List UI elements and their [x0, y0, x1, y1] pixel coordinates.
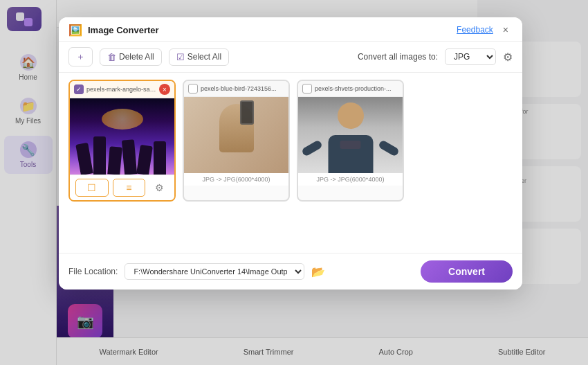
image-card-2-header: pexels-blue-bird-7243156...	[184, 81, 288, 97]
crop-action-button[interactable]: ☐	[75, 179, 109, 197]
image-card-3[interactable]: pexels-shvets-production-... JPG -> JPG(…	[297, 80, 404, 202]
select-icon: ☑	[176, 52, 185, 62]
hand-6	[154, 141, 166, 175]
modal-close-button[interactable]: ×	[499, 23, 513, 37]
image-card-3-footer: JPG -> JPG(6000*4000)	[298, 173, 403, 186]
file-path-select[interactable]: F:\Wondershare UniConverter 14\Image Out…	[125, 263, 304, 280]
person-phone-thumbnail	[184, 97, 288, 173]
image-card-2-checkbox[interactable]	[188, 84, 198, 94]
image-card-1-checkbox[interactable]: ✓	[74, 84, 84, 94]
image-card-1-remove[interactable]: ×	[159, 84, 170, 95]
image-card-1-header: ✓ pexels-mark-angelo-sam... ×	[70, 81, 174, 98]
modal-toolbar: ＋ 🗑 Delete All ☑ Select All Convert all …	[59, 42, 522, 73]
add-icon: ＋	[76, 51, 85, 63]
image-grid: ✓ pexels-mark-angelo-sam... ×	[59, 73, 522, 253]
phone-device	[240, 100, 254, 125]
modal-titlebar: 🖼️ Image Converter Feedback ×	[59, 17, 522, 42]
titlebar-left: 🖼️ Image Converter	[68, 24, 159, 37]
portrait-body	[328, 135, 373, 173]
adjust-action-button[interactable]: ≡	[113, 179, 146, 197]
hand-3	[107, 146, 122, 175]
hand-5	[136, 145, 153, 175]
format-settings-button[interactable]: ⚙	[503, 51, 513, 64]
convert-all-images-label: Convert all images to:	[358, 52, 438, 62]
delete-all-button[interactable]: 🗑 Delete All	[100, 48, 162, 66]
image-card-2[interactable]: pexels-blue-bird-7243156... JPG -> JPG(6…	[183, 80, 290, 202]
hand-2	[93, 136, 106, 175]
browse-folder-button[interactable]: 📂	[311, 265, 325, 278]
concert-light	[102, 109, 143, 130]
concert-hands	[70, 133, 174, 175]
titlebar-right: Feedback ×	[457, 23, 513, 37]
delete-all-label: Delete All	[119, 52, 154, 62]
image-card-2-filename: pexels-blue-bird-7243156...	[201, 85, 284, 92]
collar	[340, 141, 361, 149]
feedback-link[interactable]: Feedback	[457, 25, 493, 35]
portrait-head	[338, 103, 364, 129]
image-converter-modal: 🖼️ Image Converter Feedback × ＋ 🗑 Delete…	[59, 17, 522, 290]
image-card-2-footer: JPG -> JPG(6000*4000)	[184, 173, 288, 186]
image-card-1[interactable]: ✓ pexels-mark-angelo-sam... ×	[68, 80, 176, 202]
image-card-1-filename: pexels-mark-angelo-sam...	[86, 86, 156, 93]
format-select[interactable]: JPG PNG BMP WEBP TIFF	[445, 48, 496, 65]
concert-thumbnail	[70, 98, 174, 175]
modal-footer: File Location: F:\Wondershare UniConvert…	[59, 253, 522, 290]
card-settings-button[interactable]: ⚙	[149, 179, 169, 196]
image-card-1-actions: ☐ ≡ ⚙	[70, 175, 174, 200]
select-all-label: Select All	[187, 52, 221, 62]
modal-icon: 🖼️	[68, 24, 82, 37]
file-location-label: File Location:	[68, 267, 118, 276]
add-image-button[interactable]: ＋	[68, 47, 93, 66]
select-all-button[interactable]: ☑ Select All	[169, 48, 229, 66]
image-card-3-checkbox[interactable]	[302, 84, 312, 94]
hand-1	[75, 143, 93, 175]
hand-4	[122, 139, 137, 175]
check-mark-icon: ✓	[76, 86, 82, 93]
delete-icon: 🗑	[107, 52, 116, 62]
image-card-3-filename: pexels-shvets-production-...	[315, 85, 398, 92]
convert-button[interactable]: Convert	[421, 260, 513, 283]
modal-overlay: 🖼️ Image Converter Feedback × ＋ 🗑 Delete…	[0, 0, 588, 365]
modal-title: Image Converter	[88, 25, 159, 35]
person-portrait-thumbnail	[298, 97, 403, 173]
image-card-3-header: pexels-shvets-production-...	[298, 81, 403, 97]
